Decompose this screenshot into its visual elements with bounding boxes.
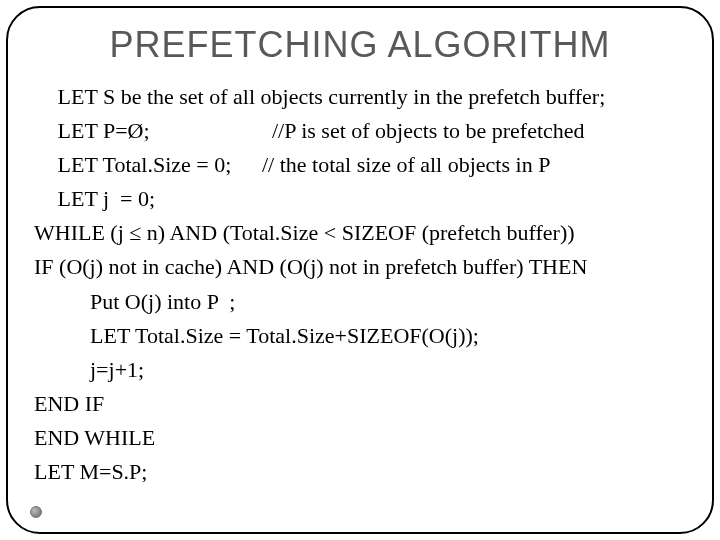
code-line: LET P=Ø;//P is set of objects to be pref… — [34, 114, 686, 148]
bullet-icon — [30, 506, 42, 518]
code-line: END WHILE — [34, 421, 686, 455]
code-line: IF (O(j) not in cache) AND (O(j) not in … — [34, 250, 686, 284]
code-line: LET j = 0; — [34, 182, 686, 216]
slide-title: PREFETCHING ALGORITHM — [34, 24, 686, 66]
code-line: LET S be the set of all objects currentl… — [34, 80, 686, 114]
code-line: Put O(j) into P ; — [34, 285, 686, 319]
algorithm-body: LET S be the set of all objects currentl… — [34, 80, 686, 489]
code-comment: // the total size of all objects in P — [262, 152, 550, 177]
code-comment: //P is set of objects to be prefetched — [272, 118, 585, 143]
code-line: LET M=S.P; — [34, 455, 686, 489]
code-line: LET Total.Size = Total.Size+SIZEOF(O(j))… — [34, 319, 686, 353]
slide: PREFETCHING ALGORITHM LET S be the set o… — [0, 0, 720, 540]
code-line: END IF — [34, 387, 686, 421]
code-stmt: LET P=Ø; — [52, 114, 272, 148]
code-stmt: LET Total.Size = 0; — [52, 148, 262, 182]
slide-frame: PREFETCHING ALGORITHM LET S be the set o… — [6, 6, 714, 534]
code-line: LET Total.Size = 0;// the total size of … — [34, 148, 686, 182]
code-line: WHILE (j ≤ n) AND (Total.Size < SIZEOF (… — [34, 216, 686, 250]
code-line: j=j+1; — [34, 353, 686, 387]
